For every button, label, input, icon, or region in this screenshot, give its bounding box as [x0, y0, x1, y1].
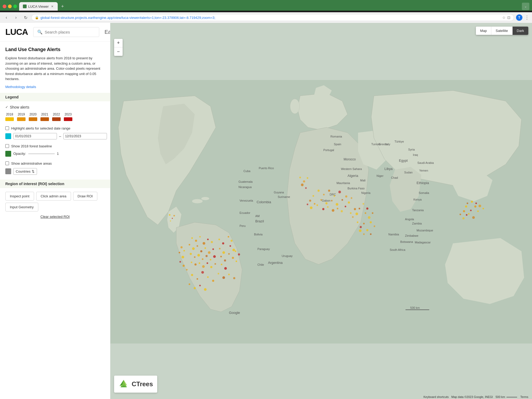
year-swatch-2019 — [17, 117, 26, 121]
svg-text:Mozambique: Mozambique — [417, 229, 433, 232]
methodology-link[interactable]: Methodology details — [5, 85, 36, 89]
svg-text:Italy: Italy — [385, 143, 390, 146]
click-admin-button[interactable]: Click admin area — [36, 192, 71, 201]
app-logo: LUCA — [5, 27, 28, 37]
url-bar: ‹ › ↻ 🔒 global-forest-structure.projects… — [0, 12, 532, 23]
draw-roi-button[interactable]: Draw ROI — [73, 192, 97, 201]
svg-point-36 — [220, 256, 222, 257]
svg-point-30 — [210, 266, 212, 268]
svg-text:Ecuador: Ecuador — [239, 211, 250, 214]
svg-point-87 — [332, 209, 334, 212]
zoom-in-button[interactable]: + — [114, 39, 123, 47]
zoom-out-button[interactable]: − — [114, 47, 123, 56]
forward-button[interactable]: › — [12, 14, 20, 21]
map-type-dark-button[interactable]: Dark — [513, 27, 528, 35]
ctrees-logo: CTrees — [114, 376, 157, 393]
search-icon: 🔍 — [37, 30, 43, 35]
svg-point-23 — [210, 259, 211, 260]
left-panel: LUCA 🔍 Earth Engine Apps Land Use Change… — [0, 23, 110, 399]
map-type-map-button[interactable]: Map — [476, 27, 491, 35]
admin-areas-checkbox[interactable] — [5, 161, 9, 165]
year-label-2018: 2018 — [6, 113, 13, 116]
svg-point-9 — [207, 239, 209, 240]
browser-chrome: LUCA Viewer ✕ + ⌄ — [0, 0, 532, 11]
svg-point-57 — [228, 274, 230, 275]
svg-text:Türkiye: Türkiye — [394, 140, 404, 143]
svg-text:Syria: Syria — [408, 148, 415, 151]
traffic-lights — [3, 5, 17, 8]
svg-point-129 — [467, 202, 468, 204]
profile-avatar[interactable]: T — [516, 14, 522, 21]
svg-point-1 — [192, 199, 203, 203]
search-input[interactable] — [45, 30, 95, 34]
highlight-checkbox[interactable] — [5, 126, 9, 130]
countries-select[interactable]: Countries ⇅ — [13, 168, 37, 175]
map-type-satellite-button[interactable]: Satellite — [491, 27, 512, 35]
zoom-controls: + − — [114, 39, 123, 56]
year-label-2020: 2020 — [30, 113, 37, 116]
bookmark-icon[interactable]: ☆ — [502, 15, 506, 20]
svg-point-41 — [231, 240, 233, 242]
opacity-label: Opacity: — [13, 152, 26, 156]
url-input[interactable]: 🔒 global-forest-structure.projects.earth… — [31, 14, 514, 21]
svg-point-83 — [345, 196, 347, 198]
browser-dropdown-icon[interactable]: ⌄ — [522, 3, 529, 10]
svg-text:Sudan: Sudan — [404, 171, 413, 174]
minimize-button[interactable] — [8, 5, 12, 8]
svg-point-70 — [172, 218, 173, 219]
svg-point-90 — [345, 206, 346, 207]
svg-point-77 — [338, 191, 341, 193]
svg-text:Madagascar: Madagascar — [415, 241, 431, 244]
panel-title: Land Use Change Alerts — [5, 47, 105, 52]
svg-point-88 — [337, 208, 338, 209]
svg-point-85 — [322, 208, 324, 210]
extensions-icon[interactable]: ⊡ — [507, 15, 510, 20]
fullscreen-button[interactable] — [13, 5, 17, 8]
date-end-input[interactable] — [63, 133, 107, 139]
svg-point-16 — [208, 251, 211, 254]
inspect-point-button[interactable]: Inspect point — [5, 192, 34, 201]
reload-button[interactable]: ↻ — [22, 14, 29, 21]
svg-text:Botswana: Botswana — [400, 240, 413, 243]
menu-icon[interactable]: ⋮ — [525, 15, 529, 20]
svg-point-107 — [372, 212, 373, 214]
opacity-slider[interactable] — [28, 153, 55, 154]
new-tab-button[interactable]: + — [59, 3, 66, 10]
svg-point-123 — [470, 210, 472, 211]
date-start-input[interactable] — [13, 133, 57, 139]
roi-buttons: Inspect point Click admin area Draw ROI … — [5, 192, 105, 211]
show-alerts-row: ✓ Show alerts — [5, 105, 105, 109]
tab-close-icon[interactable]: ✕ — [50, 5, 54, 8]
svg-text:Venezuela: Venezuela — [239, 199, 253, 202]
map-container[interactable]: Colombia Guyana Suriname Ecuador Brazil … — [110, 23, 532, 399]
svg-point-15 — [205, 247, 206, 249]
svg-text:Portugal: Portugal — [323, 148, 334, 152]
svg-point-81 — [336, 203, 338, 206]
year-item-2023: 2023 — [64, 113, 72, 121]
svg-text:Zimbabwe: Zimbabwe — [405, 234, 418, 237]
active-tab[interactable]: LUCA Viewer ✕ — [19, 2, 58, 11]
opacity-row: Opacity: 1 — [5, 151, 105, 157]
forest-baseline-checkbox[interactable] — [5, 144, 9, 148]
terms-link[interactable]: Terms — [520, 395, 528, 398]
svg-point-136 — [466, 214, 467, 216]
svg-point-58 — [233, 277, 235, 279]
back-button[interactable]: ‹ — [3, 14, 10, 21]
clear-roi-link[interactable]: Clear selected ROI — [40, 215, 70, 219]
svg-point-130 — [471, 201, 473, 203]
input-geometry-button[interactable]: Input Geometry — [5, 203, 38, 211]
forest-baseline-row: Show 2018 forest baseline — [5, 144, 105, 148]
svg-point-105 — [365, 212, 366, 214]
svg-text:Spain: Spain — [334, 143, 341, 146]
search-bar[interactable]: 🔍 — [33, 27, 99, 37]
svg-point-109 — [374, 226, 375, 227]
svg-point-69 — [169, 214, 171, 216]
svg-point-19 — [194, 256, 196, 258]
year-swatch-2021 — [40, 117, 49, 121]
svg-point-38 — [221, 264, 222, 265]
svg-point-55 — [218, 273, 219, 275]
svg-text:Bolivia: Bolivia — [254, 233, 263, 236]
keyboard-shortcuts-link[interactable]: Keyboard shortcuts — [423, 395, 449, 398]
close-button[interactable] — [3, 5, 6, 8]
svg-point-72 — [170, 221, 171, 222]
